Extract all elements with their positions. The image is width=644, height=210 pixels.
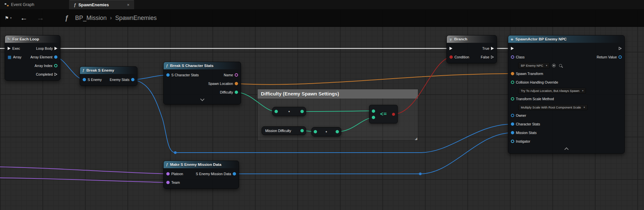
pin-label: Platoon: [171, 172, 183, 176]
pin-label: Array Index: [35, 64, 52, 68]
graph-toolbar: ⚑ ▾ ← → ƒ BP_Mission › SpawnEnemies: [0, 9, 644, 27]
node-title: SpawnActor BP Enemy NPC: [515, 37, 566, 41]
s-enemy-mission-data-pin[interactable]: [233, 172, 236, 175]
node-conversion-b[interactable]: ●: [311, 127, 341, 136]
node-header[interactable]: ƒ Break S Enemy: [80, 67, 137, 74]
bookmarks-button[interactable]: ⚑ ▾: [0, 15, 16, 21]
array-element-pin[interactable]: [54, 55, 57, 59]
scale-picker-row: Multiply Scale With Root Component Scale…: [508, 103, 624, 111]
exec-in-pin[interactable]: [449, 47, 452, 50]
true-pin[interactable]: [491, 47, 494, 50]
compare-result-pin[interactable]: [392, 113, 395, 116]
exec-in-pin[interactable]: [8, 47, 11, 50]
scale-method-dropdown[interactable]: Multiply Scale With Root Component Scale…: [518, 105, 588, 110]
event-graph-icon: [5, 3, 9, 7]
use-selected-button[interactable]: [551, 63, 556, 68]
pin-row: ▦Array Array Element: [5, 53, 60, 61]
node-for-each-loop[interactable]: ↻ For Each Loop Exec Loop Body ▦Array Ar…: [5, 35, 60, 81]
node-spawn-actor[interactable]: ◈ SpawnActor BP Enemy NPC Class Return V…: [508, 35, 625, 154]
array-pin[interactable]: ▦: [8, 55, 11, 59]
node-header[interactable]: ↻ For Each Loop: [5, 35, 60, 43]
mission-stats-pin[interactable]: [511, 131, 514, 134]
pin-label: Spawn Location: [208, 82, 233, 86]
exec-in-pin[interactable]: [511, 47, 514, 50]
pin-row: Spawn Location: [164, 79, 241, 88]
bookmark-icon: ⚑: [5, 15, 9, 21]
pin-label: Class: [516, 55, 524, 59]
name-pin[interactable]: [235, 73, 238, 77]
exec-out-pin[interactable]: [619, 47, 622, 50]
condition-pin[interactable]: [449, 55, 453, 59]
collapse-advanced-chevron[interactable]: [564, 147, 569, 152]
pin-label: Difficulty: [220, 90, 233, 94]
s-enemy-pin[interactable]: [83, 78, 86, 81]
enemy-stats-pin[interactable]: [131, 78, 134, 81]
compare-a-pin[interactable]: [372, 109, 375, 113]
completed-pin[interactable]: [54, 73, 57, 76]
class-picker-row: BP Enemy NPC ▾: [508, 61, 624, 69]
pin-row: True: [447, 44, 497, 53]
node-conversion-a[interactable]: ●: [272, 107, 306, 116]
node-header[interactable]: ƒ Make S Enemy Mission Data: [164, 161, 239, 168]
conversion-out-pin[interactable]: [336, 130, 339, 133]
collision-dropdown[interactable]: Try To Adjust Location, But Always Spawn…: [518, 88, 586, 94]
pin-label: S Character Stats: [171, 73, 199, 77]
search-icon: [559, 64, 562, 67]
node-branch[interactable]: ⋔ Branch True Condition False: [446, 35, 497, 63]
expand-advanced-chevron[interactable]: [200, 97, 204, 101]
function-icon: ƒ: [166, 163, 168, 167]
instigator-pin[interactable]: [511, 140, 514, 143]
node-break-s-character-stats[interactable]: ƒ Break S Character Stats S Character St…: [163, 62, 241, 105]
node-title: Branch: [454, 37, 467, 41]
character-stats-pin[interactable]: [511, 122, 514, 126]
node-break-s-enemy[interactable]: ƒ Break S Enemy S Enemy Enemy Stats: [80, 66, 137, 86]
array-index-pin[interactable]: [54, 64, 57, 67]
conversion-out-pin[interactable]: [300, 110, 304, 113]
return-value-pin[interactable]: [618, 55, 622, 59]
spawn-transform-pin[interactable]: [511, 72, 514, 75]
conversion-in-pin[interactable]: [275, 110, 278, 113]
resize-handle[interactable]: ◢: [415, 137, 417, 140]
team-pin[interactable]: [166, 181, 170, 184]
back-button[interactable]: ←: [16, 14, 32, 22]
collision-handling-pin[interactable]: [511, 81, 514, 84]
false-pin[interactable]: [491, 55, 494, 59]
pin-label: Transform Scale Method: [516, 97, 554, 101]
class-dropdown[interactable]: BP Enemy NPC ▾: [518, 63, 550, 68]
node-header[interactable]: ƒ Break S Character Stats: [164, 62, 241, 69]
node-header[interactable]: ◈ SpawnActor BP Enemy NPC: [508, 35, 624, 43]
close-tab-button[interactable]: ×: [127, 2, 129, 7]
difficulty-pin[interactable]: [235, 91, 238, 94]
s-character-stats-pin[interactable]: [166, 73, 170, 77]
pin-row: Array Index: [5, 61, 60, 70]
mission-difficulty-out-pin[interactable]: [300, 129, 304, 132]
pin-label: Array: [13, 55, 21, 59]
node-get-mission-difficulty[interactable]: Mission Difficulty: [262, 126, 306, 135]
platoon-pin[interactable]: [166, 172, 170, 175]
spawn-location-pin[interactable]: [235, 82, 238, 85]
loop-body-pin[interactable]: [54, 47, 57, 50]
tab-spawn-enemies[interactable]: ƒ SpawnEnemies ×: [69, 0, 134, 9]
spawn-actor-icon: ◈: [511, 37, 513, 41]
node-less-equal[interactable]: <=: [369, 105, 398, 123]
breadcrumb-current[interactable]: SpawnEnemies: [115, 15, 157, 22]
node-make-s-enemy-mission-data[interactable]: ƒ Make S Enemy Mission Data Platoon S En…: [163, 161, 239, 189]
browse-asset-button[interactable]: [558, 63, 563, 68]
node-header[interactable]: ⋔ Branch: [447, 35, 497, 43]
caret-down-icon: ▾: [10, 16, 12, 20]
transform-scale-method-pin[interactable]: [511, 97, 514, 101]
class-pin[interactable]: [511, 55, 514, 59]
tab-event-graph[interactable]: Event Graph: [0, 0, 69, 9]
pin-label: Team: [171, 180, 180, 184]
forward-button[interactable]: →: [32, 14, 49, 22]
pin-label: Instigator: [516, 139, 530, 143]
owner-pin[interactable]: [511, 114, 514, 117]
function-icon: ƒ: [65, 14, 68, 22]
pin-label: S Enemy: [88, 78, 102, 82]
compare-b-pin[interactable]: [372, 116, 375, 119]
conversion-in-pin[interactable]: [314, 130, 317, 133]
comment-title[interactable]: Difficulty (Enemy Spawn Settings): [258, 89, 418, 99]
pin-label: Enemy Stats: [110, 78, 129, 82]
breadcrumb-parent[interactable]: BP_Mission: [75, 15, 107, 22]
pin-label: Completed: [36, 72, 53, 76]
